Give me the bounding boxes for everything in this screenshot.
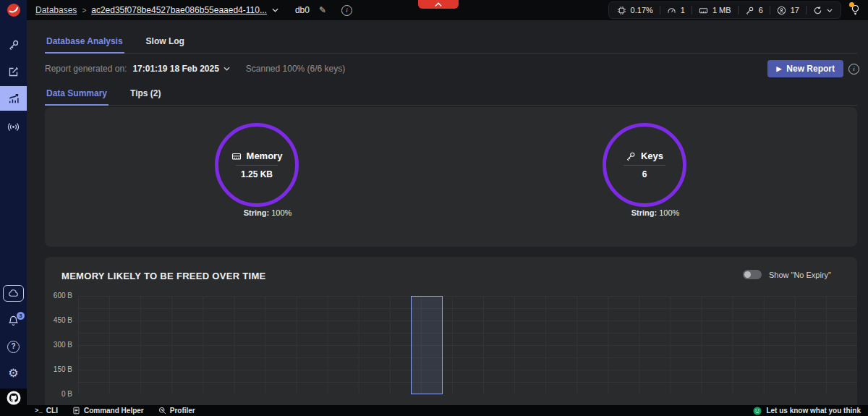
refresh-stats-button[interactable] [813, 6, 833, 15]
chart-plot-area [78, 296, 857, 394]
toggle-knob [744, 271, 751, 278]
keys-donut-chart: Keys 6 [603, 123, 686, 207]
workbench-icon [8, 66, 20, 77]
sidebar-item-analytics[interactable] [0, 86, 27, 111]
new-report-button[interactable]: ▶ New Report [767, 60, 843, 77]
github-link[interactable] [7, 391, 21, 416]
breadcrumb-separator: > [82, 7, 86, 14]
chevron-down-icon[interactable] [272, 8, 278, 12]
sidebar-item-notifications[interactable]: 3 [0, 311, 27, 330]
scanned-status: Scanned 100% (6/6 keys) [246, 64, 345, 74]
cli-label: CLI [46, 407, 58, 415]
data-summary-panel: Memory 1.25 KB String: 100% Keys 6 Strin… [45, 107, 857, 247]
y-tick-450: 450 B [46, 316, 72, 324]
y-tick-0: 0 B [46, 390, 72, 398]
bottom-toolbar: >_ CLI Command Helper Profiler Let us kn… [0, 405, 868, 416]
play-icon: ▶ [776, 66, 781, 72]
memory-legend: String: 100% [206, 208, 329, 217]
tab-database-analysis[interactable]: Database Analysis [45, 35, 124, 54]
sidebar-item-help[interactable]: ? [0, 337, 27, 356]
memory-legend-value: 100% [271, 208, 292, 217]
breadcrumb-databases-link[interactable]: Databases [35, 5, 77, 15]
chevron-down-icon[interactable] [827, 9, 833, 12]
breadcrumb: Databases > ac2ed35f078be4527bae086b55ea… [35, 5, 352, 16]
pubsub-icon [7, 121, 20, 133]
stat-ops: 1 [667, 6, 685, 15]
command-helper-button[interactable]: Command Helper [72, 407, 144, 415]
profiler-button[interactable]: Profiler [158, 407, 195, 415]
feedback-label: Let us know what you think [766, 407, 861, 415]
sidebar-item-settings[interactable]: ⚙ [0, 364, 27, 383]
refresh-icon [813, 6, 822, 15]
y-tick-300: 300 B [46, 341, 72, 349]
sidebar-item-browser[interactable] [0, 35, 27, 54]
new-report-label: New Report [786, 64, 835, 74]
database-stats-overview: 0.17% 1 1 MB 6 [608, 1, 841, 19]
smiley-icon [753, 407, 762, 415]
page-tabs: Database Analysis Slow Log [45, 35, 857, 54]
memory-value: 1.25 KB [241, 169, 273, 179]
sidebar-item-cloud[interactable] [0, 284, 27, 302]
chart-title: MEMORY LIKELY TO BE FREED OVER TIME [61, 271, 266, 281]
tab-data-summary[interactable]: Data Summary [45, 87, 109, 106]
command-helper-label: Command Helper [84, 407, 144, 415]
analysis-subtabs: Data Summary Tips (2) [45, 87, 857, 106]
keys-value: 6 [642, 169, 647, 179]
report-time-dropdown[interactable]: 17:01:19 18 Feb 2025 [132, 64, 229, 74]
cloud-icon [3, 285, 24, 302]
cli-button[interactable]: >_ CLI [35, 407, 58, 415]
memory-icon [699, 6, 708, 15]
divider [692, 6, 692, 14]
profiler-label: Profiler [170, 407, 195, 415]
left-nav-sidebar: 3 ? ⚙ [0, 0, 27, 416]
y-tick-600: 600 B [46, 292, 72, 300]
report-time-value: 17:01:19 18 Feb 2025 [132, 64, 218, 74]
redis-logo[interactable] [0, 0, 27, 20]
y-tick-150: 150 B [46, 365, 72, 373]
insights-trigger-button[interactable] [850, 4, 861, 17]
feedback-button[interactable]: Let us know what you think [753, 407, 861, 415]
db-index-label: db0 [295, 5, 310, 15]
keys-legend: String: 100% [594, 208, 717, 217]
stat-memory-value: 1 MB [712, 6, 731, 14]
sidebar-item-pubsub[interactable] [0, 117, 27, 136]
notification-badge: 3 [17, 312, 25, 320]
edit-db-icon[interactable]: ✎ [319, 5, 326, 15]
stat-clients-value: 17 [791, 6, 799, 14]
memory-freed-bar[interactable] [411, 296, 443, 394]
analytics-icon [7, 93, 20, 105]
show-no-expiry-toggle[interactable] [743, 270, 762, 279]
divider [624, 165, 665, 166]
github-icon [7, 391, 21, 405]
insights-badge [849, 2, 854, 7]
stat-clients: 17 [777, 6, 799, 15]
ops-gauge-icon [667, 6, 676, 15]
breadcrumb-database-name[interactable]: ac2ed35f078be4527bae086b55eaaed4-110... [91, 5, 267, 15]
tab-slow-log[interactable]: Slow Log [145, 35, 186, 54]
divider [770, 6, 770, 14]
stat-keys: 6 [745, 6, 763, 15]
key-icon [8, 39, 20, 51]
memory-donut-chart: Memory 1.25 KB [215, 123, 299, 207]
keys-label: Keys [641, 150, 663, 161]
memory-icon [231, 151, 242, 161]
stat-cpu: 0.17% [617, 6, 653, 15]
key-icon [626, 151, 636, 161]
report-generated-label: Report generated on: [45, 64, 127, 74]
divider [660, 6, 660, 14]
divider [806, 6, 807, 14]
main-content: Database Analysis Slow Log Report genera… [27, 20, 868, 416]
memory-label: Memory [247, 150, 283, 161]
redis-logo-icon [7, 3, 21, 17]
no-expiry-toggle-row: Show "No Expiry" [743, 270, 831, 279]
report-info-row: Report generated on: 17:01:19 18 Feb 202… [45, 64, 345, 74]
tab-tips[interactable]: Tips (2) [129, 87, 162, 106]
collapse-banner-button[interactable] [418, 0, 459, 9]
memory-donut-label: Memory [231, 150, 283, 161]
cpu-icon [617, 6, 626, 15]
sidebar-item-workbench[interactable] [0, 62, 27, 81]
analysis-info-icon[interactable]: i [848, 64, 859, 75]
db-info-icon[interactable]: i [341, 5, 352, 16]
stat-cpu-value: 0.17% [631, 6, 653, 14]
stat-memory: 1 MB [699, 6, 731, 15]
